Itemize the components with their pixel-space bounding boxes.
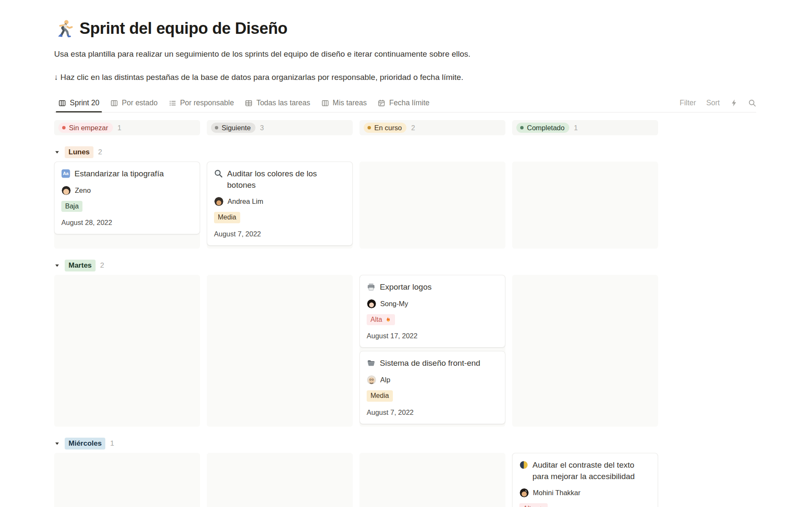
contrast-icon: [519, 460, 528, 469]
chevron-down-icon[interactable]: [54, 263, 60, 269]
status-label: Completado: [527, 124, 565, 132]
column-header-en-curso[interactable]: En curso 2: [359, 120, 505, 135]
group-count: 1: [110, 439, 114, 448]
tab-mis-tareas[interactable]: Mis tareas: [317, 95, 371, 112]
page-header: Sprint del equipo de Diseño: [54, 19, 812, 38]
card-title: Sistema de diseño front-end: [380, 358, 480, 369]
board-icon: [321, 99, 329, 107]
runner-icon: [54, 19, 74, 38]
typography-icon: Aa: [61, 169, 70, 178]
priority-badge: Alta: [519, 503, 548, 507]
column-header-sin-empezar[interactable]: Sin empezar 1: [54, 120, 200, 135]
lightning-icon[interactable]: [730, 99, 738, 107]
task-card[interactable]: Auditar los colores de los botones Andre…: [207, 162, 353, 246]
column-header-completado[interactable]: Completado 1: [512, 120, 658, 135]
group-header-miercoles[interactable]: Miércoles 1: [54, 437, 658, 450]
folder-icon: [367, 359, 376, 367]
priority-badge: Media: [367, 390, 393, 402]
avatar: [214, 197, 223, 206]
tab-sprint-20[interactable]: Sprint 20: [54, 95, 104, 112]
column-header-siguiente[interactable]: Siguiente 3: [207, 120, 353, 135]
empty-column-area: [512, 275, 658, 427]
status-label: Siguiente: [222, 124, 251, 132]
assignee-name: Zeno: [75, 186, 91, 195]
status-label: Sin empezar: [69, 124, 108, 132]
board-cell: Auditar el contraste del texto para mejo…: [512, 453, 658, 507]
empty-column-area: [207, 275, 353, 427]
fire-icon: [384, 316, 391, 323]
card-title: Auditar los colores de los botones: [227, 168, 346, 191]
sort-button[interactable]: Sort: [706, 99, 720, 107]
board-cell: Exportar logos Song-My Alta: [359, 275, 505, 427]
sprint-board-page: Sprint del equipo de Diseño Usa esta pla…: [0, 19, 812, 507]
empty-column-area: [359, 453, 505, 507]
svg-text:Aa: Aa: [63, 171, 69, 176]
search-icon[interactable]: [748, 99, 756, 107]
avatar: [62, 186, 71, 195]
due-date: August 7, 2022: [214, 230, 346, 238]
column-count: 3: [260, 124, 264, 132]
tab-label: Sprint 20: [70, 99, 99, 107]
task-card[interactable]: Sistema de diseño front-end Alp Media Au…: [359, 351, 505, 424]
assignee-name: Song-My: [380, 300, 408, 308]
tab-label: Todas las tareas: [256, 99, 310, 107]
chevron-down-icon[interactable]: [54, 441, 60, 447]
tab-fecha-limite[interactable]: Fecha límite: [373, 95, 433, 112]
group-count: 2: [98, 148, 102, 156]
group-band-miercoles: Auditar el contraste del texto para mejo…: [54, 453, 658, 507]
avatar: [367, 299, 376, 308]
board-icon: [110, 99, 118, 107]
status-badge: Siguiente: [211, 123, 255, 133]
board-cell: Aa Estandarizar la tipografía Zeno Baja …: [54, 162, 200, 249]
tab-label: Por responsable: [180, 99, 234, 107]
due-date: August 28, 2022: [61, 219, 193, 227]
status-label: En curso: [374, 124, 402, 132]
group-label: Martes: [65, 260, 96, 271]
avatar: [520, 488, 529, 497]
toolbar-actions: Filter Sort: [680, 99, 756, 112]
board-cell: Auditar los colores de los botones Andre…: [207, 162, 353, 249]
status-dot-icon: [520, 126, 524, 129]
kanban-board: Sin empezar 1 Siguiente 3 En curso 2 Com…: [54, 120, 658, 507]
task-card[interactable]: Aa Estandarizar la tipografía Zeno Baja …: [54, 162, 200, 234]
priority-badge: Alta: [367, 314, 395, 326]
group-header-lunes[interactable]: Lunes 2: [54, 145, 658, 159]
status-badge: Sin empezar: [58, 123, 113, 133]
card-title: Exportar logos: [380, 282, 432, 293]
status-dot-icon: [368, 126, 371, 129]
status-badge: En curso: [364, 123, 406, 133]
priority-badge: Baja: [61, 201, 82, 212]
priority-label: Alta: [370, 315, 382, 324]
priority-badge: Media: [214, 212, 240, 223]
group-label: Lunes: [65, 146, 93, 158]
tab-por-responsable[interactable]: Por responsable: [165, 95, 238, 112]
board-icon: [58, 99, 66, 107]
table-icon: [245, 99, 252, 107]
list-icon: [169, 99, 176, 107]
task-card[interactable]: Exportar logos Song-My Alta: [359, 275, 505, 348]
tab-todas-las-tareas[interactable]: Todas las tareas: [241, 95, 314, 112]
card-title: Auditar el contraste del texto para mejo…: [532, 460, 651, 482]
task-card[interactable]: Auditar el contraste del texto para mejo…: [512, 453, 658, 507]
card-title: Estandarizar la tipografía: [74, 168, 164, 180]
status-dot-icon: [62, 126, 66, 129]
column-headers: Sin empezar 1 Siguiente 3 En curso 2 Com…: [54, 120, 658, 135]
fire-icon: [537, 506, 544, 507]
group-header-martes[interactable]: Martes 2: [54, 259, 658, 272]
tab-label: Mis tareas: [333, 99, 367, 107]
column-count: 2: [411, 124, 415, 132]
assignee-name: Mohini Thakkar: [533, 489, 581, 497]
tab-label: Fecha límite: [389, 99, 429, 107]
tab-por-estado[interactable]: Por estado: [106, 95, 162, 112]
group-band-martes: Exportar logos Song-My Alta: [54, 275, 658, 427]
empty-column-area: [359, 162, 505, 249]
assignee-name: Andrea Lim: [228, 197, 263, 206]
column-count: 1: [118, 124, 121, 132]
assignee-name: Alp: [380, 376, 390, 384]
page-description: Usa esta plantilla para realizar un segu…: [54, 48, 812, 60]
filter-button[interactable]: Filter: [680, 99, 696, 107]
page-title: Sprint del equipo de Diseño: [80, 19, 288, 38]
avatar: [367, 375, 376, 384]
empty-column-area: [54, 275, 200, 427]
chevron-down-icon[interactable]: [54, 149, 60, 155]
